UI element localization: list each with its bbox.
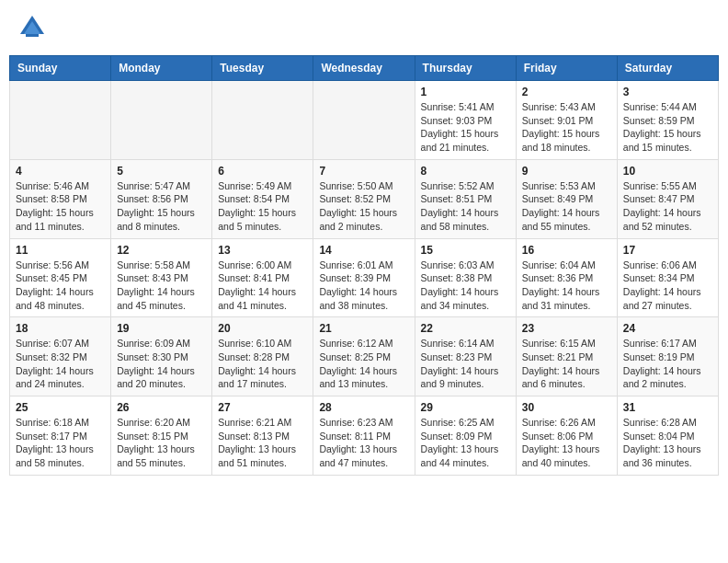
calendar-cell: 27Sunrise: 6:21 AMSunset: 8:13 PMDayligh… — [212, 396, 313, 476]
calendar-cell: 30Sunrise: 6:26 AMSunset: 8:06 PMDayligh… — [516, 396, 617, 476]
day-info: Sunrise: 6:23 AMSunset: 8:11 PMDaylight:… — [319, 416, 408, 470]
calendar-week-row: 18Sunrise: 6:07 AMSunset: 8:32 PMDayligh… — [10, 317, 719, 396]
logo — [18, 14, 50, 41]
calendar-week-row: 11Sunrise: 5:56 AMSunset: 8:45 PMDayligh… — [10, 238, 719, 317]
calendar-cell: 24Sunrise: 6:17 AMSunset: 8:19 PMDayligh… — [617, 317, 718, 396]
day-info: Sunrise: 5:58 AMSunset: 8:43 PMDaylight:… — [117, 259, 206, 313]
calendar-cell: 25Sunrise: 6:18 AMSunset: 8:17 PMDayligh… — [10, 396, 111, 476]
day-number: 11 — [16, 244, 105, 257]
day-number: 20 — [218, 322, 307, 335]
day-info: Sunrise: 5:52 AMSunset: 8:51 PMDaylight:… — [421, 179, 510, 234]
day-number: 2 — [522, 86, 611, 98]
day-info: Sunrise: 6:12 AMSunset: 8:25 PMDaylight:… — [319, 337, 408, 391]
day-info: Sunrise: 6:17 AMSunset: 8:19 PMDaylight:… — [623, 337, 712, 391]
calendar-cell: 12Sunrise: 5:58 AMSunset: 8:43 PMDayligh… — [111, 238, 212, 317]
day-number: 4 — [16, 165, 105, 178]
calendar-cell: 18Sunrise: 6:07 AMSunset: 8:32 PMDayligh… — [10, 317, 111, 396]
calendar-cell: 9Sunrise: 5:53 AMSunset: 8:49 PMDaylight… — [516, 159, 617, 238]
day-number: 18 — [16, 322, 105, 335]
day-info: Sunrise: 5:49 AMSunset: 8:54 PMDaylight:… — [218, 179, 307, 234]
calendar-header-row: SundayMondayTuesdayWednesdayThursdayFrid… — [10, 56, 719, 81]
calendar-cell: 13Sunrise: 6:00 AMSunset: 8:41 PMDayligh… — [212, 238, 313, 317]
calendar-cell: 4Sunrise: 5:46 AMSunset: 8:58 PMDaylight… — [10, 159, 111, 238]
day-info: Sunrise: 5:47 AMSunset: 8:56 PMDaylight:… — [117, 179, 206, 234]
day-info: Sunrise: 5:55 AMSunset: 8:47 PMDaylight:… — [623, 179, 712, 234]
day-info: Sunrise: 6:18 AMSunset: 8:17 PMDaylight:… — [16, 416, 105, 470]
day-number: 8 — [421, 165, 510, 178]
day-number: 16 — [522, 244, 611, 257]
day-of-week-header: Wednesday — [313, 56, 415, 81]
day-info: Sunrise: 6:20 AMSunset: 8:15 PMDaylight:… — [117, 416, 206, 470]
day-info: Sunrise: 5:44 AMSunset: 8:59 PMDaylight:… — [623, 100, 712, 155]
day-info: Sunrise: 6:10 AMSunset: 8:28 PMDaylight:… — [218, 337, 307, 391]
day-number: 9 — [522, 165, 611, 178]
day-info: Sunrise: 5:43 AMSunset: 9:01 PMDaylight:… — [522, 100, 611, 155]
day-info: Sunrise: 6:26 AMSunset: 8:06 PMDaylight:… — [522, 416, 611, 470]
day-info: Sunrise: 6:03 AMSunset: 8:38 PMDaylight:… — [421, 259, 510, 313]
calendar-cell: 20Sunrise: 6:10 AMSunset: 8:28 PMDayligh… — [212, 317, 313, 396]
calendar-cell: 29Sunrise: 6:25 AMSunset: 8:09 PMDayligh… — [415, 396, 516, 476]
day-number: 1 — [421, 86, 510, 98]
calendar-cell: 3Sunrise: 5:44 AMSunset: 8:59 PMDaylight… — [617, 81, 718, 160]
day-info: Sunrise: 6:00 AMSunset: 8:41 PMDaylight:… — [218, 259, 307, 313]
day-number: 28 — [319, 401, 408, 414]
day-info: Sunrise: 6:06 AMSunset: 8:34 PMDaylight:… — [623, 259, 712, 313]
day-of-week-header: Monday — [111, 56, 212, 81]
day-number: 15 — [421, 244, 510, 257]
day-number: 17 — [623, 244, 712, 257]
day-of-week-header: Thursday — [415, 56, 516, 81]
calendar-cell: 28Sunrise: 6:23 AMSunset: 8:11 PMDayligh… — [313, 396, 415, 476]
day-info: Sunrise: 6:04 AMSunset: 8:36 PMDaylight:… — [522, 259, 611, 313]
day-number: 6 — [218, 165, 307, 178]
calendar-cell: 5Sunrise: 5:47 AMSunset: 8:56 PMDaylight… — [111, 159, 212, 238]
day-number: 31 — [623, 401, 712, 414]
calendar-cell: 26Sunrise: 6:20 AMSunset: 8:15 PMDayligh… — [111, 396, 212, 476]
day-info: Sunrise: 5:56 AMSunset: 8:45 PMDaylight:… — [16, 259, 105, 313]
calendar-cell — [212, 81, 313, 160]
day-number: 7 — [319, 165, 408, 178]
calendar-cell: 8Sunrise: 5:52 AMSunset: 8:51 PMDaylight… — [415, 159, 516, 238]
day-number: 24 — [623, 322, 712, 335]
day-info: Sunrise: 5:50 AMSunset: 8:52 PMDaylight:… — [319, 179, 408, 234]
calendar-cell — [313, 81, 415, 160]
day-number: 12 — [117, 244, 206, 257]
calendar-week-row: 25Sunrise: 6:18 AMSunset: 8:17 PMDayligh… — [10, 396, 719, 476]
calendar-cell: 14Sunrise: 6:01 AMSunset: 8:39 PMDayligh… — [313, 238, 415, 317]
day-number: 14 — [319, 244, 408, 257]
day-info: Sunrise: 5:53 AMSunset: 8:49 PMDaylight:… — [522, 179, 611, 234]
day-info: Sunrise: 5:46 AMSunset: 8:58 PMDaylight:… — [16, 179, 105, 234]
calendar-cell: 19Sunrise: 6:09 AMSunset: 8:30 PMDayligh… — [111, 317, 212, 396]
day-info: Sunrise: 5:41 AMSunset: 9:03 PMDaylight:… — [421, 100, 510, 155]
day-of-week-header: Sunday — [10, 56, 111, 81]
day-of-week-header: Saturday — [617, 56, 718, 81]
day-info: Sunrise: 6:25 AMSunset: 8:09 PMDaylight:… — [421, 416, 510, 470]
day-info: Sunrise: 6:07 AMSunset: 8:32 PMDaylight:… — [16, 337, 105, 391]
calendar-week-row: 1Sunrise: 5:41 AMSunset: 9:03 PMDaylight… — [10, 81, 719, 160]
day-info: Sunrise: 6:15 AMSunset: 8:21 PMDaylight:… — [522, 337, 611, 391]
logo-icon — [18, 14, 46, 41]
calendar-cell: 7Sunrise: 5:50 AMSunset: 8:52 PMDaylight… — [313, 159, 415, 238]
day-number: 26 — [117, 401, 206, 414]
day-number: 23 — [522, 322, 611, 335]
day-number: 25 — [16, 401, 105, 414]
calendar-cell: 1Sunrise: 5:41 AMSunset: 9:03 PMDaylight… — [415, 81, 516, 160]
calendar-cell: 10Sunrise: 5:55 AMSunset: 8:47 PMDayligh… — [617, 159, 718, 238]
day-info: Sunrise: 6:28 AMSunset: 8:04 PMDaylight:… — [623, 416, 712, 470]
day-number: 10 — [623, 165, 712, 178]
day-number: 19 — [117, 322, 206, 335]
day-info: Sunrise: 6:01 AMSunset: 8:39 PMDaylight:… — [319, 259, 408, 313]
day-number: 22 — [421, 322, 510, 335]
day-info: Sunrise: 6:14 AMSunset: 8:23 PMDaylight:… — [421, 337, 510, 391]
day-number: 3 — [623, 86, 712, 98]
day-of-week-header: Friday — [516, 56, 617, 81]
day-number: 29 — [421, 401, 510, 414]
day-number: 30 — [522, 401, 611, 414]
page-header — [9, 9, 719, 46]
day-number: 13 — [218, 244, 307, 257]
day-info: Sunrise: 6:09 AMSunset: 8:30 PMDaylight:… — [117, 337, 206, 391]
day-number: 21 — [319, 322, 408, 335]
day-of-week-header: Tuesday — [212, 56, 313, 81]
calendar-cell: 17Sunrise: 6:06 AMSunset: 8:34 PMDayligh… — [617, 238, 718, 317]
calendar-cell: 21Sunrise: 6:12 AMSunset: 8:25 PMDayligh… — [313, 317, 415, 396]
calendar-cell: 11Sunrise: 5:56 AMSunset: 8:45 PMDayligh… — [10, 238, 111, 317]
